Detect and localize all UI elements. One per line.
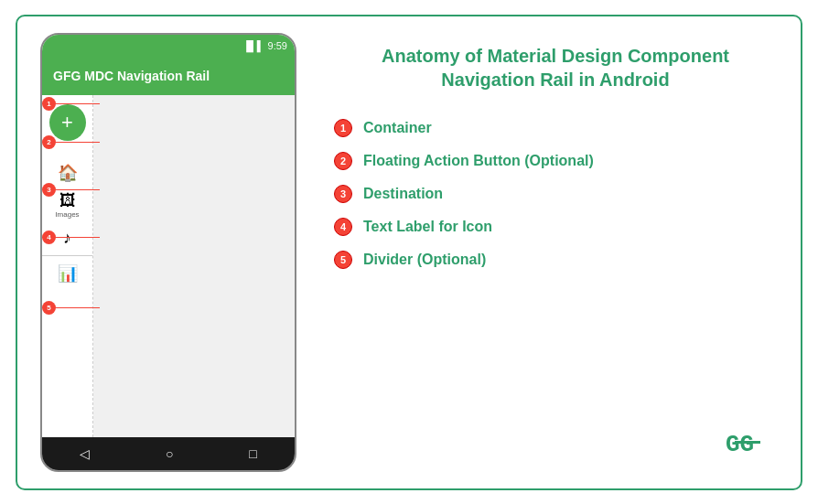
- anatomy-label-3: Destination: [363, 186, 443, 202]
- anatomy-item-5: 5 Divider (Optional): [334, 251, 777, 269]
- anatomy-num-5: 5: [334, 251, 352, 269]
- anatomy-label-4: Text Label for Icon: [363, 219, 492, 235]
- anatomy-section: Anatomy of Material Design Component Nav…: [319, 26, 791, 479]
- nav-item-music[interactable]: ♪: [42, 224, 93, 252]
- phone-section: ▐▌▌ 9:59 GFG MDC Navigation Rail +: [27, 26, 310, 479]
- signal-icon: ▐▌▌: [242, 40, 264, 51]
- fab-button[interactable]: +: [49, 104, 86, 141]
- anatomy-label-5: Divider (Optional): [363, 252, 486, 268]
- fab-icon: +: [61, 111, 73, 134]
- chart-icon: 📊: [58, 265, 78, 282]
- recents-button[interactable]: □: [249, 446, 256, 461]
- anatomy-item-1: 1 Container: [334, 119, 777, 137]
- images-icon: 🖼: [59, 192, 76, 209]
- anatomy-item-2: 2 Floating Action Button (Optional): [334, 152, 777, 170]
- anatomy-label-2: Floating Action Button (Optional): [363, 153, 594, 169]
- anatomy-item-3: 3 Destination: [334, 185, 777, 203]
- anatomy-title: Anatomy of Material Design Component Nav…: [334, 44, 777, 91]
- phone-navbar: ◁ ○ □: [42, 437, 295, 470]
- home-icon: 🏠: [58, 165, 78, 181]
- back-button[interactable]: ◁: [80, 446, 90, 461]
- anatomy-num-1: 1: [334, 119, 352, 137]
- anatomy-item-4: 4 Text Label for Icon: [334, 218, 777, 236]
- anatomy-items: 1 Container 2 Floating Action Button (Op…: [334, 119, 777, 269]
- anatomy-num-4: 4: [334, 218, 352, 236]
- anatomy-label-1: Container: [363, 120, 432, 136]
- status-time: 9:59: [268, 40, 287, 51]
- main-content: [93, 95, 295, 437]
- nav-divider: [42, 255, 92, 256]
- music-icon: ♪: [63, 230, 71, 246]
- status-bar: ▐▌▌ 9:59: [42, 35, 295, 57]
- nav-rail: + 🏠 🖼 Images ♪ 📊: [42, 95, 93, 437]
- nav-item-images[interactable]: 🖼 Images: [42, 187, 93, 224]
- home-button[interactable]: ○: [166, 446, 173, 461]
- phone-mockup: ▐▌▌ 9:59 GFG MDC Navigation Rail +: [40, 33, 296, 472]
- images-label: Images: [55, 210, 79, 219]
- svg-rect-1: [735, 441, 760, 444]
- gfg-logo-svg: GG: [726, 429, 770, 456]
- phone-body: + 🏠 🖼 Images ♪ 📊: [42, 95, 295, 437]
- nav-item-chart[interactable]: 📊: [42, 260, 93, 287]
- nav-item-home[interactable]: 🏠: [42, 159, 93, 187]
- anatomy-num-2: 2: [334, 152, 352, 170]
- app-bar: GFG MDC Navigation Rail: [42, 57, 295, 95]
- status-icons: ▐▌▌ 9:59: [242, 40, 287, 51]
- gfg-logo: GG: [726, 429, 770, 463]
- anatomy-num-3: 3: [334, 185, 352, 203]
- main-container: ▐▌▌ 9:59 GFG MDC Navigation Rail +: [16, 15, 802, 490]
- app-bar-title: GFG MDC Navigation Rail: [53, 69, 210, 83]
